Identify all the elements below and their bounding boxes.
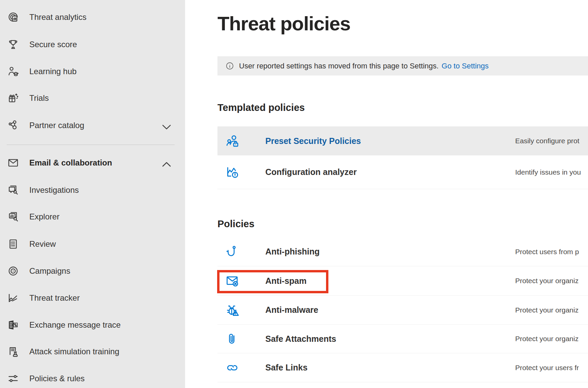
- sidebar-item-threat-tracker[interactable]: Threat tracker: [0, 285, 185, 311]
- main-content: Threat policies User reported settings h…: [185, 0, 588, 388]
- row-description: Protect your organiz: [515, 306, 579, 314]
- templated-policies-heading: Templated policies: [217, 102, 305, 113]
- sidebar-item-exchange-message-trace[interactable]: Exchange message trace: [0, 311, 185, 338]
- sidebar-item-label: Threat analytics: [29, 12, 86, 22]
- sidebar-item-label: Exchange message trace: [29, 320, 121, 330]
- row-description: Protect your organiz: [515, 335, 579, 343]
- sidebar-item-partner-catalog[interactable]: Partner catalog: [0, 112, 185, 139]
- sidebar-item-label: Review: [29, 239, 56, 249]
- review-icon: [7, 238, 20, 250]
- sidebar-item-label: Trials: [29, 93, 49, 103]
- row-label[interactable]: Anti-spam: [265, 276, 306, 286]
- row-safe-attachments[interactable]: Safe Attachments Protect your organiz: [217, 325, 588, 353]
- sidebar-item-label: Investigations: [29, 185, 79, 195]
- threat-analytics-icon: [7, 11, 20, 24]
- sidebar-item-learning-hub[interactable]: Learning hub: [0, 58, 185, 85]
- row-label[interactable]: Configuration analyzer: [265, 167, 357, 177]
- explorer-icon: [7, 210, 20, 223]
- row-description: Protect users from p: [515, 248, 579, 256]
- info-banner: User reported settings has moved from th…: [217, 56, 588, 76]
- row-description: Protect your organiz: [515, 277, 579, 285]
- sidebar-item-label: Email & collaboration: [29, 158, 112, 168]
- sidebar-item-label: Explorer: [29, 212, 59, 221]
- go-to-settings-link[interactable]: Go to Settings: [442, 62, 489, 70]
- attack-simulation-icon: [7, 345, 20, 358]
- row-safe-links[interactable]: Safe Links Protect your users fr: [217, 353, 588, 382]
- sidebar-divider: [7, 145, 175, 145]
- sidebar-item-label: Secure score: [29, 40, 77, 49]
- sidebar-item-campaigns[interactable]: Campaigns: [0, 258, 185, 285]
- sidebar-item-email-collaboration[interactable]: Email & collaboration: [0, 149, 185, 176]
- configuration-analyzer-icon: [225, 165, 240, 180]
- sidebar-item-label: Learning hub: [29, 67, 77, 76]
- anti-malware-icon: [225, 303, 240, 318]
- chevron-up-icon: [160, 158, 173, 171]
- campaigns-icon: [7, 265, 20, 277]
- anti-phishing-icon: [225, 244, 240, 259]
- sidebar-item-review[interactable]: Review: [0, 231, 185, 258]
- row-configuration-analyzer[interactable]: Configuration analyzer Identify issues i…: [217, 155, 588, 189]
- exchange-icon: [7, 319, 20, 331]
- secure-score-icon: [7, 38, 20, 51]
- row-anti-phishing[interactable]: Anti-phishing Protect users from p: [217, 237, 588, 266]
- row-label[interactable]: Anti-phishing: [265, 247, 320, 257]
- threat-tracker-icon: [7, 292, 20, 304]
- sidebar-item-label: Attack simulation training: [29, 347, 119, 356]
- row-description: Easily configure prot: [515, 137, 579, 145]
- sidebar: Threat analytics Secure score Learning h…: [0, 0, 185, 388]
- anti-spam-icon: [225, 273, 240, 288]
- sidebar-item-label: Policies & rules: [29, 374, 85, 383]
- row-label[interactable]: Safe Attachments: [265, 334, 336, 344]
- learning-hub-icon: [7, 65, 20, 78]
- row-label[interactable]: Safe Links: [265, 363, 307, 372]
- sidebar-item-explorer[interactable]: Explorer: [0, 203, 185, 230]
- info-icon: [225, 61, 234, 70]
- sidebar-item-policies-rules[interactable]: Policies & rules: [0, 365, 185, 388]
- row-anti-spam[interactable]: Anti-spam Protect your organiz: [217, 266, 588, 296]
- page-title: Threat policies: [217, 12, 350, 35]
- safe-links-icon: [225, 360, 240, 375]
- row-label[interactable]: Anti-malware: [265, 305, 318, 315]
- row-preset-security-policies[interactable]: Preset Security Policies Easily configur…: [217, 126, 588, 155]
- threat-policies-page: { "sidebar": { "items": [ {"label": "Thr…: [0, 0, 588, 388]
- sidebar-item-investigations[interactable]: Investigations: [0, 177, 185, 204]
- sidebar-item-secure-score[interactable]: Secure score: [0, 31, 185, 58]
- partner-catalog-icon: [7, 119, 20, 132]
- chevron-down-icon: [160, 120, 173, 133]
- sidebar-item-threat-analytics[interactable]: Threat analytics: [0, 4, 185, 31]
- row-label[interactable]: Preset Security Policies: [265, 136, 361, 146]
- safe-attachments-icon: [225, 331, 240, 346]
- row-anti-malware[interactable]: Anti-malware Protect your organiz: [217, 296, 588, 325]
- investigations-icon: [7, 184, 20, 197]
- row-description: Identify issues in you: [515, 168, 581, 176]
- sidebar-item-label: Campaigns: [29, 266, 70, 276]
- policies-rules-icon: [7, 372, 20, 385]
- sidebar-item-trials[interactable]: Trials: [0, 85, 185, 112]
- sidebar-item-label: Threat tracker: [29, 293, 80, 303]
- sidebar-item-attack-simulation-training[interactable]: Attack simulation training: [0, 338, 185, 365]
- policies-heading: Policies: [217, 218, 255, 230]
- banner-message: User reported settings has moved from th…: [239, 62, 439, 70]
- email-icon: [7, 156, 20, 169]
- trials-icon: [7, 92, 20, 105]
- sidebar-item-label: Partner catalog: [29, 121, 84, 130]
- preset-security-policies-icon: [225, 133, 240, 148]
- row-description: Protect your users fr: [515, 364, 579, 372]
